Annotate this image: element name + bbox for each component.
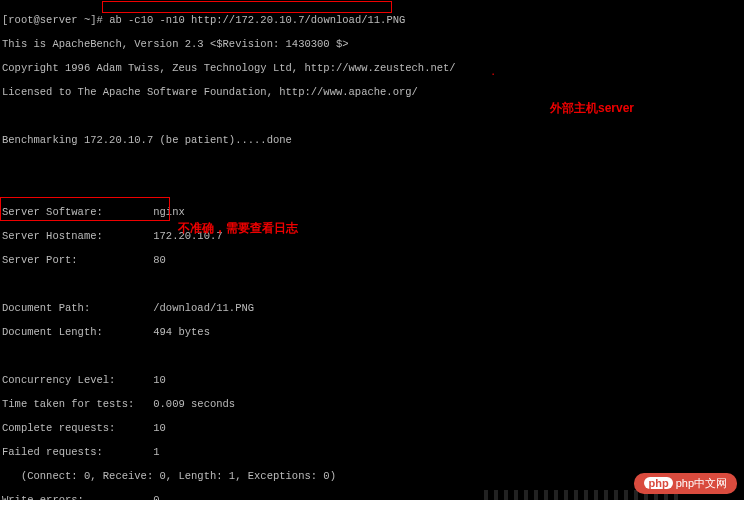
annotation-external-host: 外部主机server — [550, 102, 634, 114]
blank — [2, 350, 744, 362]
php-icon: php — [644, 477, 672, 489]
stat-doc-path: Document Path: /download/11.PNG — [2, 302, 744, 314]
header-line-1: This is ApacheBench, Version 2.3 <$Revis… — [2, 38, 744, 50]
stat-server-software: Server Software: nginx — [2, 206, 744, 218]
stat-server-hostname: Server Hostname: 172.20.10.7 — [2, 230, 744, 242]
stat-server-port: Server Port: 80 — [2, 254, 744, 266]
header-line-3: Licensed to The Apache Software Foundati… — [2, 86, 744, 98]
prompt: [root@server ~]# — [2, 14, 103, 26]
stat-doc-len: Document Length: 494 bytes — [2, 326, 744, 338]
annotation-inaccurate: 不准确，需要查看日志 — [178, 222, 298, 234]
watermark-text: php中文网 — [676, 477, 727, 489]
blank — [2, 182, 744, 194]
stat-failed-detail: (Connect: 0, Receive: 0, Length: 1, Exce… — [2, 470, 744, 482]
blank — [2, 278, 744, 290]
command-text: ab -c10 -n10 http://172.20.10.7/download… — [109, 14, 405, 26]
bench-line: Benchmarking 172.20.10.7 (be patient)...… — [2, 134, 744, 146]
stat-failed: Failed requests: 1 — [2, 446, 744, 458]
blank — [2, 158, 744, 170]
stat-conc: Concurrency Level: 10 — [2, 374, 744, 386]
header-line-2: Copyright 1996 Adam Twiss, Zeus Technolo… — [2, 62, 744, 74]
red-dot-icon: . — [490, 66, 496, 78]
stat-complete: Complete requests: 10 — [2, 422, 744, 434]
highlight-box-command — [102, 1, 392, 13]
stat-time-taken: Time taken for tests: 0.009 seconds — [2, 398, 744, 410]
prompt-line[interactable]: [root@server ~]# ab -c10 -n10 http://172… — [2, 14, 744, 26]
terminal-window[interactable]: [root@server ~]# ab -c10 -n10 http://172… — [0, 0, 744, 500]
watermark-badge: phpphp中文网 — [634, 473, 737, 494]
